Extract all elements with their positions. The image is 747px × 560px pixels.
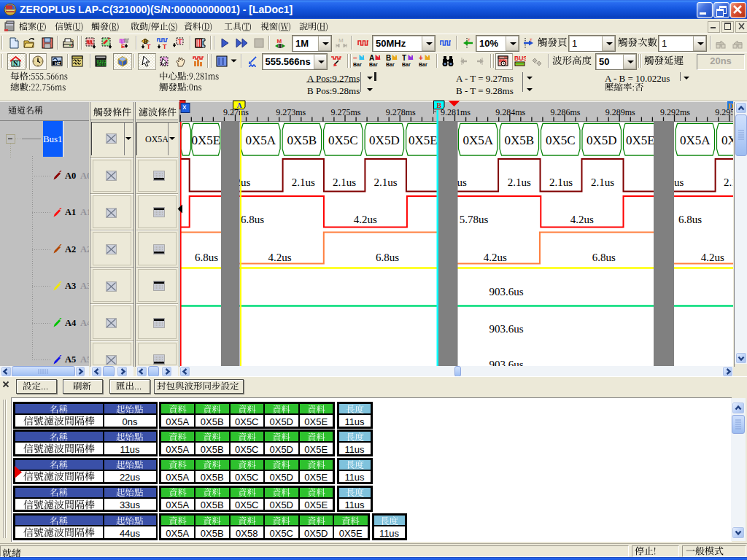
svg-text:5.78us: 5.78us	[460, 214, 489, 225]
svg-text:N: N	[13, 60, 18, 67]
svg-text:T: T	[402, 55, 406, 62]
svg-text:0X5B: 0X5B	[504, 133, 534, 147]
svg-text:T: T	[178, 38, 182, 45]
svg-text:A: A	[369, 55, 374, 62]
svg-text:0X5D: 0X5D	[587, 133, 617, 147]
svg-text:T: T	[163, 42, 167, 49]
svg-text:4.2us: 4.2us	[570, 214, 594, 225]
svg-text:4.2us: 4.2us	[484, 252, 507, 263]
svg-text:Bar: Bar	[369, 62, 378, 67]
svg-text:4.2us: 4.2us	[701, 252, 724, 263]
svg-text:2.1us: 2.1us	[724, 176, 733, 188]
svg-text:Bar: Bar	[402, 62, 411, 67]
svg-text:Bar: Bar	[353, 62, 362, 67]
svg-text:2.1us: 2.1us	[292, 176, 315, 188]
svg-text:1010: 1010	[97, 62, 107, 67]
svg-text:0X5C: 0X5C	[328, 133, 358, 147]
svg-text:903.6us: 903.6us	[489, 323, 523, 335]
svg-text:0X5E: 0X5E	[409, 133, 438, 147]
svg-text:0X5C: 0X5C	[546, 133, 576, 147]
svg-text:2.1us: 2.1us	[333, 176, 356, 188]
svg-text:D: D	[728, 101, 733, 110]
svg-text:B: B	[437, 101, 442, 109]
svg-text:9.278ms: 9.278ms	[386, 107, 416, 117]
svg-text:2.1us: 2.1us	[374, 176, 398, 188]
svg-text:6.8us: 6.8us	[592, 252, 616, 263]
svg-text:4.2us: 4.2us	[354, 214, 377, 225]
svg-text:9.284ms: 9.284ms	[495, 107, 525, 117]
svg-text:B: B	[386, 55, 391, 62]
svg-text:BUS: BUS	[514, 55, 526, 62]
svg-text:Bar: Bar	[386, 62, 395, 67]
svg-text:0X5A: 0X5A	[462, 133, 493, 147]
svg-text:6.8us: 6.8us	[241, 214, 264, 225]
svg-text:6.8us: 6.8us	[376, 252, 399, 263]
svg-text:0X5A: 0X5A	[680, 133, 711, 147]
svg-text:0X5D: 0X5D	[369, 133, 400, 147]
svg-text:903.6us: 903.6us	[489, 286, 523, 298]
svg-text:T: T	[468, 38, 471, 42]
svg-text:2.1us: 2.1us	[549, 176, 573, 188]
svg-text:M: M	[277, 38, 282, 44]
svg-text:6.8us: 6.8us	[195, 252, 218, 263]
svg-text:9.289ms: 9.289ms	[605, 107, 635, 117]
svg-text:2.1us: 2.1us	[591, 176, 614, 188]
svg-text:T: T	[530, 38, 533, 42]
svg-text:9.286ms: 9.286ms	[550, 107, 580, 117]
svg-text:0X5B: 0X5B	[721, 133, 733, 147]
svg-text:0X5E: 0X5E	[626, 133, 655, 147]
svg-text:9.292ms: 9.292ms	[660, 107, 690, 117]
svg-text:HZ: HZ	[55, 61, 61, 66]
svg-text:9.275ms: 9.275ms	[330, 107, 360, 117]
svg-text:T: T	[147, 42, 151, 49]
svg-text:4.2us: 4.2us	[268, 252, 292, 263]
svg-text:6.8us: 6.8us	[678, 214, 702, 225]
svg-text:2.1us: 2.1us	[508, 176, 531, 188]
svg-text:0X5A: 0X5A	[246, 133, 276, 147]
svg-text:A: A	[237, 101, 243, 109]
svg-text:−: −	[353, 55, 357, 62]
svg-text:9.281ms: 9.281ms	[441, 107, 471, 117]
svg-text:9.273ms: 9.273ms	[276, 107, 306, 117]
svg-text:M: M	[338, 37, 344, 44]
svg-text:+: +	[419, 55, 423, 62]
svg-text:Bar: Bar	[419, 62, 427, 67]
svg-text:0X5B: 0X5B	[287, 133, 317, 147]
svg-text:0X5E: 0X5E	[191, 133, 220, 147]
